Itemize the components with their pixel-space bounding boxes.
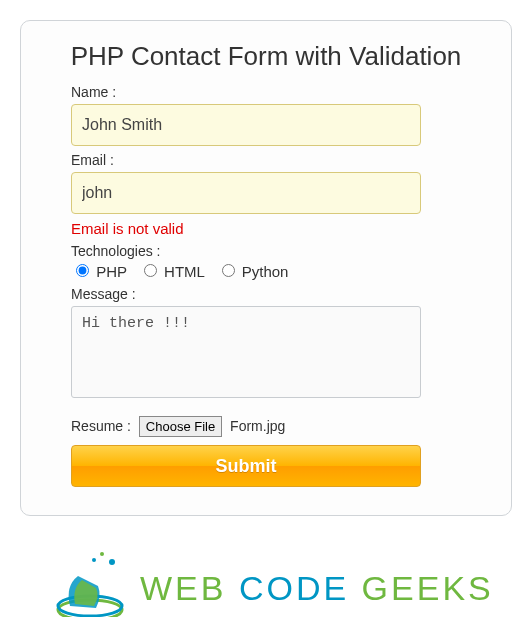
form: Name : Email : Email is not valid Techno…: [71, 84, 479, 487]
technologies-radios: PHP HTML Python: [71, 261, 479, 280]
logo: WEB CODE GEEKS WEB DEVELOPERS RESOURCE C…: [50, 548, 512, 617]
radio-python-label: Python: [242, 263, 289, 280]
radio-php-wrap[interactable]: PHP: [71, 263, 131, 280]
name-label: Name :: [71, 84, 479, 100]
message-label: Message :: [71, 286, 479, 302]
message-textarea[interactable]: Hi there !!!: [71, 306, 421, 398]
technologies-label: Technologies :: [71, 243, 479, 259]
radio-python-wrap[interactable]: Python: [217, 263, 289, 280]
svg-point-4: [92, 558, 96, 562]
page-title: PHP Contact Form with Validation: [53, 41, 479, 72]
resume-label: Resume :: [71, 418, 131, 434]
svg-point-2: [109, 559, 115, 565]
logo-title: WEB CODE GEEKS: [140, 569, 494, 608]
email-error: Email is not valid: [71, 220, 479, 237]
radio-html[interactable]: [144, 264, 157, 277]
name-input[interactable]: [71, 104, 421, 146]
resume-filename: Form.jpg: [230, 418, 285, 434]
email-input[interactable]: [71, 172, 421, 214]
choose-file-button[interactable]: Choose File: [139, 416, 222, 437]
radio-html-wrap[interactable]: HTML: [139, 263, 209, 280]
radio-python[interactable]: [222, 264, 235, 277]
radio-html-label: HTML: [164, 263, 204, 280]
resume-row: Resume : Choose File Form.jpg: [71, 416, 479, 437]
email-label: Email :: [71, 152, 479, 168]
radio-php[interactable]: [76, 264, 89, 277]
submit-button[interactable]: Submit: [71, 445, 421, 487]
radio-php-label: PHP: [96, 263, 127, 280]
logo-icon: [50, 548, 140, 617]
svg-point-3: [100, 552, 104, 556]
form-card: PHP Contact Form with Validation Name : …: [20, 20, 512, 516]
